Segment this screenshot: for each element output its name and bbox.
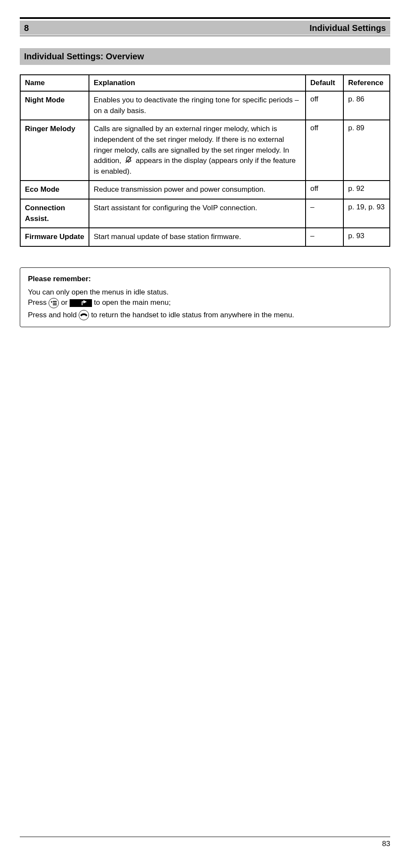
- menu-key-icon: [49, 298, 59, 308]
- svg-marker-1: [51, 301, 52, 303]
- svg-marker-5: [83, 300, 87, 304]
- note-line-1: You can only open the menus in idle stat…: [28, 287, 382, 298]
- page-number: 83: [382, 840, 390, 848]
- bell-off-icon: [124, 156, 133, 164]
- col-reference: Reference: [343, 75, 390, 91]
- section-title: Individual Settings: Overview: [20, 48, 390, 65]
- note-line-2: Press or to open the main menu;: [28, 298, 382, 308]
- end-call-key-icon: [79, 310, 89, 320]
- svg-rect-3: [53, 303, 57, 304]
- col-default: Default: [306, 75, 343, 91]
- svg-rect-4: [53, 304, 57, 305]
- note-line-3: Press and hold to return the handset to …: [28, 310, 382, 321]
- page-footer: 83: [20, 837, 390, 848]
- col-explanation: Explanation: [89, 75, 306, 91]
- nav-key-icon: [70, 299, 92, 307]
- note-title: Please remember:: [28, 274, 382, 285]
- col-name: Name: [20, 75, 89, 91]
- note-box: Please remember: You can only open the m…: [20, 267, 390, 327]
- table-row: Night Mode Enables you to deactivate the…: [20, 91, 390, 120]
- svg-rect-2: [53, 301, 57, 302]
- table-row: Eco Mode Reduce transmission power and p…: [20, 181, 390, 199]
- table-row: Ringer Melody Calls are signalled by an …: [20, 120, 390, 181]
- settings-table: Name Explanation Default Reference Night…: [20, 74, 390, 247]
- chapter-number: 8: [24, 23, 29, 33]
- table-row: Firmware Update Start manual update of b…: [20, 228, 390, 246]
- chapter-title: Individual Settings: [309, 23, 386, 33]
- table-row: Connection Assist. Start assistant for c…: [20, 199, 390, 228]
